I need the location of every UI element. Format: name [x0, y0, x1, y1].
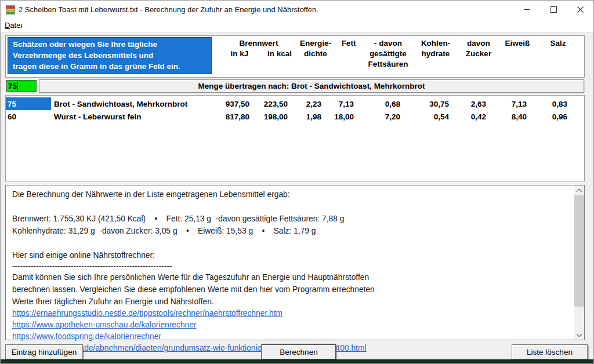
link-foodspring[interactable]: https://www.foodspring.de/kalorienrechne…	[12, 331, 570, 343]
value-cell-kj: 937,50	[210, 100, 252, 108]
transfer-target-label: Menge übertragen nach: Brot - Sandwichto…	[198, 82, 425, 90]
value-cell-zucker: 0,42	[451, 112, 488, 121]
qty-cell-selected[interactable]: 75	[6, 97, 51, 110]
header-in-kj: in kJ	[219, 49, 260, 59]
results-line	[12, 237, 570, 249]
value-cell-kohlenhydrate: 0,54	[403, 112, 451, 121]
add-entry-button[interactable]: Eintrag hinzufügen	[5, 344, 83, 359]
instruction-line: Verzehrmenge des Lebensmittels und	[13, 50, 211, 61]
results-line: Hier sind einige online Nährstoffrechner…	[12, 249, 570, 261]
header-eiweiss: Eiweiß	[497, 38, 538, 70]
menu-bar: Datei	[1, 19, 593, 32]
header-kohlenhydrate: Kohlen- hydrate	[411, 38, 460, 70]
value-cell-energiedichte: 2,23	[290, 100, 324, 108]
results-line: berechnen lassen. Vergleichen Sie diese …	[12, 283, 570, 296]
value-cell-kcal: 223,50	[252, 100, 290, 108]
app-icon	[6, 5, 15, 14]
desktop-strip	[1, 359, 593, 363]
header-energiedichte: Energie- dichte	[299, 38, 332, 70]
calculate-button[interactable]: Berechnen	[262, 344, 336, 359]
minimize-icon	[524, 9, 530, 10]
value-cell-kj: 817,80	[210, 112, 252, 121]
value-cell-kohlenhydrate: 30,75	[403, 100, 451, 108]
qty-cell[interactable]: 60	[6, 110, 51, 123]
link-apotheken-umschau[interactable]: https://www.apotheken-umschau.de/kalorie…	[12, 319, 570, 331]
results-text: Die Berechnung der Nährwerte in der List…	[12, 188, 570, 354]
results-line: Werte Ihrer täglichen Zufuhr an Energie …	[12, 296, 570, 308]
header-in-kcal: in kcal	[260, 49, 299, 59]
table-row[interactable]: 60 Wurst - Leberwurst fein 817,80 198,00…	[6, 110, 584, 123]
results-line: Brennwert: 1.755,30 KJ (421,50 Kcal) • F…	[12, 213, 570, 225]
value-cell-eiweiss: 8,40	[488, 112, 529, 121]
quantity-input[interactable]: 75	[6, 80, 37, 92]
maximize-icon	[550, 6, 557, 13]
link-nestle-naehrstoffrechner[interactable]: https://ernaehrungsstudio.nestle.de/tipp…	[12, 308, 570, 319]
instruction-line: tragen diese in Gramm in das grüne Feld …	[13, 61, 211, 72]
text-caret	[17, 82, 18, 90]
results-line: Kohlenhydrate: 31,29 g -davon Zucker: 3,…	[12, 225, 570, 237]
results-divider: ----------------------------------------…	[12, 261, 570, 271]
scroll-down-button[interactable]	[574, 330, 584, 340]
column-headers: Brennwert in kJ in kcal Energie- dichte …	[219, 38, 578, 70]
chevron-up-icon	[577, 188, 582, 194]
value-cell-fett: 7,13	[324, 100, 356, 108]
results-panel: Die Berechnung der Nährwerte in der List…	[5, 185, 585, 340]
close-icon	[577, 6, 584, 13]
value-cell-eiweiss: 7,13	[488, 100, 529, 108]
minimize-button[interactable]	[513, 1, 540, 19]
header-panel: Schätzen oder wiegen Sie Ihre tägliche V…	[5, 35, 585, 78]
header-fett: Fett	[332, 38, 365, 70]
header-salz: Salz	[538, 38, 578, 70]
food-table: 75 Brot - Sandwichtoast, Mehrkornbrot 93…	[5, 95, 585, 181]
food-name-cell: Wurst - Leberwurst fein	[51, 112, 210, 121]
scrollbar[interactable]	[574, 185, 584, 340]
header-brennwert: Brennwert in kJ in kcal	[219, 38, 299, 70]
value-cell-salz: 0,83	[529, 100, 570, 108]
food-name-cell: Brot - Sandwichtoast, Mehrkornbrot	[51, 100, 210, 108]
close-button[interactable]	[567, 1, 593, 19]
results-line: Damit können Sie sich Ihre persönlichen …	[12, 271, 570, 283]
menu-item-datei[interactable]: Datei	[1, 21, 26, 30]
window-controls	[513, 1, 593, 19]
value-cell-gesaettigte: 7,20	[356, 112, 403, 121]
instruction-line: Schätzen oder wiegen Sie Ihre tägliche	[13, 39, 211, 50]
table-row[interactable]: 75 Brot - Sandwichtoast, Mehrkornbrot 93…	[6, 97, 584, 110]
results-line: Die Berechnung der Nährwerte in der List…	[12, 188, 570, 201]
app-window: 2 Scheiben Toast mit Leberwurst.txt - Be…	[0, 0, 594, 364]
header-gesaettigte-fettsaeuren: - davon gesättigte Fettsäuren	[365, 38, 411, 70]
value-cell-fett: 18,00	[324, 112, 356, 121]
quantity-value: 75	[8, 82, 17, 90]
value-cell-gesaettigte: 0,68	[356, 100, 403, 108]
results-line	[12, 201, 570, 213]
scroll-up-button[interactable]	[574, 185, 584, 195]
clear-list-button[interactable]: Liste löschen	[512, 344, 588, 359]
value-cell-salz: 0,96	[529, 112, 570, 121]
header-davon-zucker: davon Zucker	[460, 38, 497, 70]
value-cell-zucker: 2,63	[451, 100, 488, 108]
chevron-down-icon	[577, 331, 582, 337]
scrollbar-thumb[interactable]	[574, 195, 584, 307]
window-title: 2 Scheiben Toast mit Leberwurst.txt - Be…	[19, 5, 318, 14]
value-cell-kcal: 198,00	[252, 112, 290, 121]
title-bar: 2 Scheiben Toast mit Leberwurst.txt - Be…	[1, 1, 593, 19]
transfer-target-bar: Menge übertragen nach: Brot - Sandwichto…	[39, 79, 584, 93]
instruction-box: Schätzen oder wiegen Sie Ihre tägliche V…	[8, 37, 212, 74]
value-cell-energiedichte: 1,98	[290, 112, 324, 121]
maximize-button[interactable]	[540, 1, 567, 19]
